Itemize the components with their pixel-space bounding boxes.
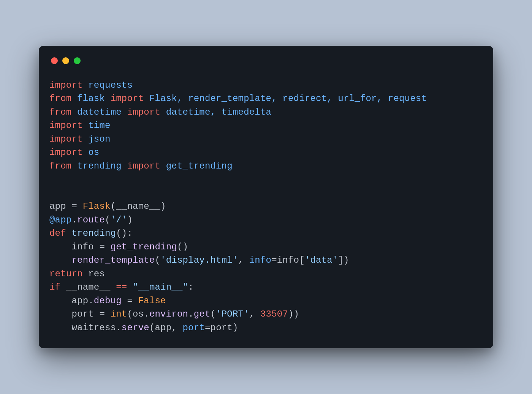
code-line: import json	[49, 134, 111, 144]
minimize-icon[interactable]	[62, 57, 69, 64]
code-line: def trending():	[49, 228, 133, 238]
code-line: import os	[49, 147, 99, 158]
maximize-icon[interactable]	[74, 57, 81, 64]
traffic-lights	[51, 57, 483, 64]
code-line: render_template('display.html', info=inf…	[49, 255, 349, 265]
code-block: import requests from flask import Flask,…	[49, 79, 483, 335]
code-line: return res	[49, 269, 105, 279]
code-line: @app.route('/')	[49, 215, 133, 225]
code-line: app.debug = False	[49, 296, 166, 306]
code-line: waitress.serve(app, port=port)	[49, 323, 238, 333]
code-line: info = get_trending()	[49, 242, 188, 252]
code-window: import requests from flask import Flask,…	[39, 46, 493, 348]
code-line: port = int(os.environ.get('PORT', 33507)…	[49, 309, 299, 319]
close-icon[interactable]	[51, 57, 58, 64]
code-line: from flask import Flask, render_template…	[49, 93, 427, 104]
code-line: from trending import get_trending	[49, 161, 233, 171]
code-line: if __name__ == "__main__":	[49, 282, 194, 292]
code-line: app = Flask(__name__)	[49, 201, 166, 211]
code-line: import time	[49, 120, 111, 131]
code-line: from datetime import datetime, timedelta	[49, 107, 271, 117]
code-line: import requests	[49, 80, 133, 90]
